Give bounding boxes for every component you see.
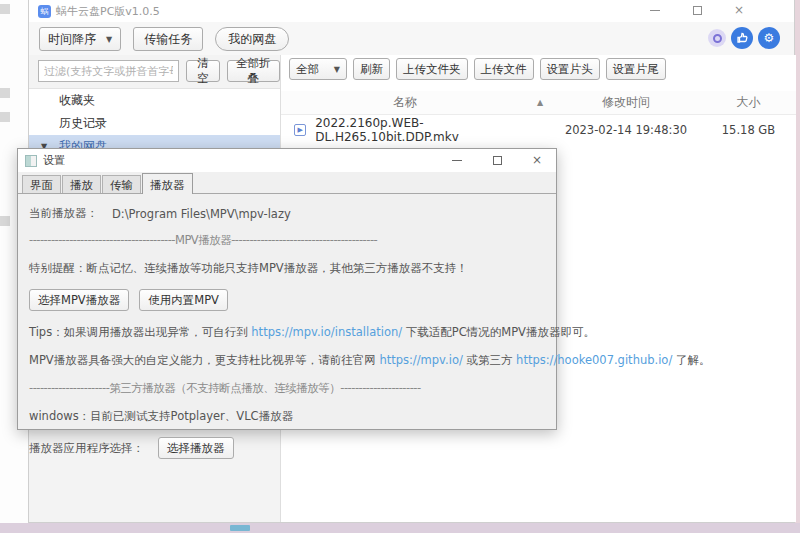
mpv-notice: 特别提醒：断点记忆、连续播放等功能只支持MPV播放器，其他第三方播放器不支持！ <box>29 261 545 276</box>
hooke007-link[interactable]: https://hooke007.github.io/ <box>516 353 672 367</box>
filter-input[interactable] <box>38 60 179 82</box>
mpv-info-line: MPV播放器具备强大的自定义能力，更支持杜比视界等，请前往官网 https://… <box>29 353 545 368</box>
thumbs-up-icon[interactable] <box>731 27 753 49</box>
dialog-app-icon <box>25 155 37 167</box>
type-filter-value: 全部 <box>296 62 319 77</box>
my-drive-button[interactable]: 我的网盘 <box>215 27 289 51</box>
sort-order-dropdown[interactable]: 时间降序 ▼ <box>39 27 121 51</box>
chevron-down-icon: ▼ <box>106 35 112 44</box>
dialog-tabbar: 界面 播放 传输 播放器 <box>18 172 556 194</box>
set-intro-button[interactable]: 设置片头 <box>540 58 600 80</box>
dialog-close-button[interactable]: × <box>530 153 544 167</box>
file-size: 15.18 GB <box>701 123 796 137</box>
mpv-install-link[interactable]: https://mpv.io/installation/ <box>251 325 402 339</box>
quick-icons: ⚙ <box>708 27 780 49</box>
tab-player[interactable]: 播放器 <box>142 173 193 194</box>
tab-interface[interactable]: 界面 <box>22 175 61 193</box>
tab-playback[interactable]: 播放 <box>62 175 101 193</box>
tips-text-suffix: 下载适配PC情况的MPV播放器即可。 <box>402 325 595 339</box>
sort-order-value: 时间降序 <box>48 31 96 48</box>
refresh-button[interactable]: 刷新 <box>353 58 390 80</box>
clear-filter-button[interactable]: 清空 <box>186 60 220 82</box>
sidebar-item-favorites[interactable]: 收藏夹 <box>29 89 280 112</box>
collapse-all-button[interactable]: 全部折叠 <box>227 60 280 82</box>
set-outro-button[interactable]: 设置片尾 <box>606 58 666 80</box>
history-icon[interactable] <box>708 29 726 47</box>
main-toolbar: 时间降序 ▼ 传输任务 我的网盘 <box>39 27 289 51</box>
close-button[interactable]: × <box>732 3 746 17</box>
file-panel-toolbar: 全部 ▼ 刷新 上传文件夹 上传文件 设置片头 设置片尾 <box>289 58 666 80</box>
tips-text: Tips：如果调用播放器出现异常，可自行到 <box>29 325 251 339</box>
column-name[interactable]: 名称 <box>281 94 529 111</box>
table-row[interactable]: ▶ 2022.2160p.WEB-DL.H265.10bit.DDP.mkv 2… <box>281 116 796 142</box>
table-header: 名称 ▲ 修改时间 大小 <box>281 91 796 115</box>
app-logo-icon: 蜗 <box>38 5 51 18</box>
windows-support-line: windows：目前已测试支持Potplayer、VLC播放器 <box>29 409 545 424</box>
upload-file-button[interactable]: 上传文件 <box>474 58 534 80</box>
mpv-home-link[interactable]: https://mpv.io/ <box>379 353 462 367</box>
mpv-info-text: MPV播放器具备强大的自定义能力，更支持杜比视界等，请前往官网 <box>29 353 379 367</box>
chevron-down-icon: ▼ <box>334 65 340 74</box>
transfer-tasks-button[interactable]: 传输任务 <box>133 27 203 51</box>
type-filter-dropdown[interactable]: 全部 ▼ <box>289 58 347 80</box>
mpv-info-suffix: 了解。 <box>672 353 710 367</box>
settings-icon[interactable]: ⚙ <box>758 27 780 49</box>
third-party-separator: ----------------------第三方播放器（不支持断点播放、连续播… <box>29 381 545 396</box>
current-player-label: 当前播放器： <box>29 206 98 221</box>
dialog-minimize-button[interactable] <box>450 153 464 167</box>
sidebar-item-label: 收藏夹 <box>59 92 95 109</box>
upload-folder-button[interactable]: 上传文件夹 <box>396 58 468 80</box>
file-modified: 2023-02-14 19:48:30 <box>551 123 701 137</box>
minimize-button[interactable] <box>648 3 662 17</box>
player-select-label: 播放器应用程序选择： <box>29 441 144 456</box>
column-size[interactable]: 大小 <box>701 94 796 111</box>
mpv-info-middle: 或第三方 <box>463 353 516 367</box>
select-player-button[interactable]: 选择播放器 <box>158 437 234 459</box>
app-title: 蜗牛云盘PC版v1.0.5 <box>56 4 160 19</box>
dialog-title: 设置 <box>43 153 65 168</box>
mpv-section-separator: ----------------------------------------… <box>29 233 545 248</box>
builtin-mpv-button[interactable]: 使用内置MPV <box>139 289 228 311</box>
sidebar-item-label: 历史记录 <box>59 115 107 132</box>
dialog-titlebar: 设置 × <box>18 149 556 172</box>
file-name: 2022.2160p.WEB-DL.H265.10bit.DDP.mkv <box>315 116 529 144</box>
sort-asc-icon[interactable]: ▲ <box>529 98 551 107</box>
settings-dialog: 设置 × 界面 播放 传输 播放器 当前播放器： D:\Program File… <box>17 148 557 430</box>
video-file-icon: ▶ <box>294 124 306 136</box>
maximize-button[interactable] <box>690 3 704 17</box>
sidebar-item-history[interactable]: 历史记录 <box>29 112 280 135</box>
desktop-background-bottom <box>0 523 800 533</box>
column-modified[interactable]: 修改时间 <box>551 94 701 111</box>
dialog-body: 当前播放器： D:\Program Files\MPV\mpv-lazy ---… <box>18 194 556 459</box>
titlebar: 蜗 蜗牛云盘PC版v1.0.5 × <box>29 0 794 22</box>
current-player-value: D:\Program Files\MPV\mpv-lazy <box>112 207 291 221</box>
taskbar-chip <box>230 525 250 531</box>
tab-transfer[interactable]: 传输 <box>102 175 141 193</box>
tips-line: Tips：如果调用播放器出现异常，可自行到 https://mpv.io/ins… <box>29 325 545 340</box>
dialog-maximize-button[interactable] <box>490 153 504 167</box>
select-mpv-button[interactable]: 选择MPV播放器 <box>29 289 129 311</box>
